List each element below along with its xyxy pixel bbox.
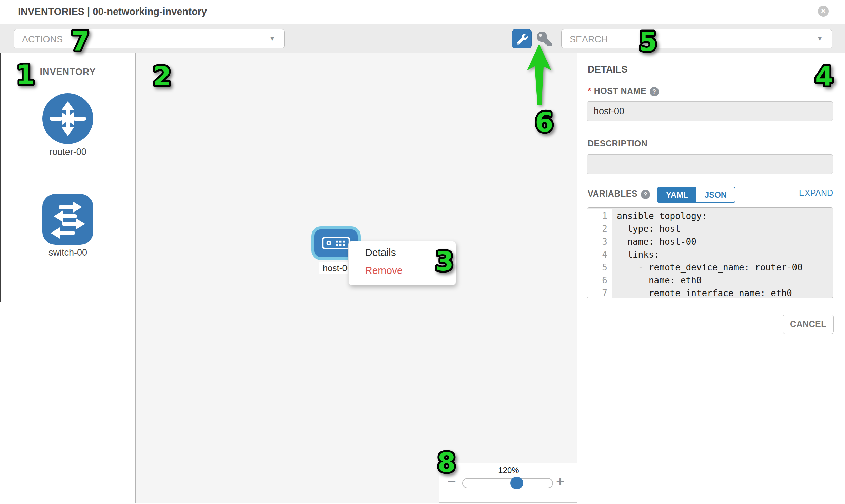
editor-line-text: name: host-00 [612, 235, 697, 248]
editor-line-text: ansible_topology: [612, 210, 707, 222]
context-menu-item-remove[interactable]: Remove [365, 265, 403, 276]
toolbar-wrench-button[interactable] [512, 29, 532, 49]
editor-line: 1ansible_topology: [587, 210, 833, 222]
toolbar: ACTIONS ▼ SEARCH ▼ [0, 24, 845, 53]
zoom-slider-track[interactable] [462, 478, 553, 488]
router-icon [42, 139, 93, 145]
editor-line: 2 type: host [587, 222, 833, 235]
palette-item-router[interactable] [42, 93, 93, 144]
editor-line-text: name: eth0 [612, 274, 702, 287]
sidebar-accent-line [0, 53, 1, 302]
editor-line: 4 links: [587, 248, 833, 261]
editor-line-text: remote_interface_name: eth0 [612, 287, 792, 298]
variables-format-toggle: YAML JSON [657, 187, 736, 203]
editor-line-number: 7 [587, 287, 612, 298]
palette-item-router-label: router-00 [0, 147, 136, 157]
details-panel: DETAILS *HOST NAME? DESCRIPTION VARIABLE… [578, 53, 845, 504]
editor-line: 3 name: host-00 [587, 235, 833, 248]
variables-label-row: VARIABLES? [588, 189, 650, 199]
zoom-slider-thumb[interactable] [510, 476, 523, 489]
chevron-down-icon: ▼ [816, 34, 823, 42]
zoom-in-button[interactable]: + [556, 473, 565, 489]
host-name-input[interactable] [587, 101, 833, 121]
help-icon[interactable]: ? [641, 190, 650, 199]
topology-canvas[interactable]: host-00 Details Remove 120% − + [136, 53, 578, 503]
help-icon[interactable]: ? [650, 87, 659, 96]
search-dropdown[interactable]: SEARCH ▼ [561, 29, 832, 49]
description-label: DESCRIPTION [588, 139, 647, 148]
actions-dropdown-label: ACTIONS [22, 34, 63, 45]
chevron-down-icon: ▼ [268, 34, 276, 42]
editor-line-number: 2 [587, 222, 612, 235]
expand-link[interactable]: EXPAND [765, 188, 833, 198]
context-menu-item-details[interactable]: Details [365, 247, 396, 258]
cancel-button[interactable]: CANCEL [782, 314, 834, 334]
details-panel-title: DETAILS [588, 64, 628, 75]
variables-editor[interactable]: 1ansible_topology:2 type: host3 name: ho… [587, 208, 833, 298]
host-name-label: HOST NAME [594, 86, 647, 95]
actions-dropdown[interactable]: ACTIONS ▼ [14, 29, 285, 49]
palette-item-switch[interactable] [42, 194, 93, 245]
inventory-topology-app: INVENTORIES | 00-networking-inventory ✕ … [0, 0, 845, 504]
zoom-out-button[interactable]: − [447, 473, 456, 489]
editor-line-number: 6 [587, 274, 612, 287]
zoom-control: 120% − + [439, 463, 578, 503]
editor-line-number: 5 [587, 261, 612, 274]
editor-line-number: 1 [587, 210, 612, 222]
toggle-yaml[interactable]: YAML [658, 187, 697, 202]
inventory-palette: INVENTORY router-00 [0, 53, 136, 503]
key-icon [536, 42, 552, 48]
page-header: INVENTORIES | 00-networking-inventory ✕ [0, 0, 845, 24]
editor-line-text: type: host [612, 222, 681, 235]
search-dropdown-label: SEARCH [570, 34, 608, 45]
required-marker: * [588, 86, 592, 96]
page-title: INVENTORIES | 00-networking-inventory [18, 6, 207, 17]
description-input[interactable] [587, 154, 833, 174]
palette-item-switch-label: switch-00 [0, 248, 136, 258]
toggle-json[interactable]: JSON [697, 187, 735, 202]
editor-line-text: links: [612, 248, 659, 261]
switch-icon [42, 240, 93, 246]
editor-line: 7 remote_interface_name: eth0 [587, 287, 833, 298]
editor-line: 5 - remote_device_name: router-00 [587, 261, 833, 274]
toolbar-key-button[interactable] [536, 32, 552, 47]
host-name-label-row: *HOST NAME? [588, 86, 659, 96]
variables-label: VARIABLES [588, 189, 637, 198]
context-menu: Details Remove [348, 241, 456, 285]
inventory-heading: INVENTORY [0, 67, 136, 77]
editor-line-number: 3 [587, 235, 612, 248]
editor-line: 6 name: eth0 [587, 274, 833, 287]
close-icon[interactable]: ✕ [818, 6, 829, 17]
editor-line-number: 4 [587, 248, 612, 261]
editor-line-text: - remote_device_name: router-00 [612, 261, 803, 274]
